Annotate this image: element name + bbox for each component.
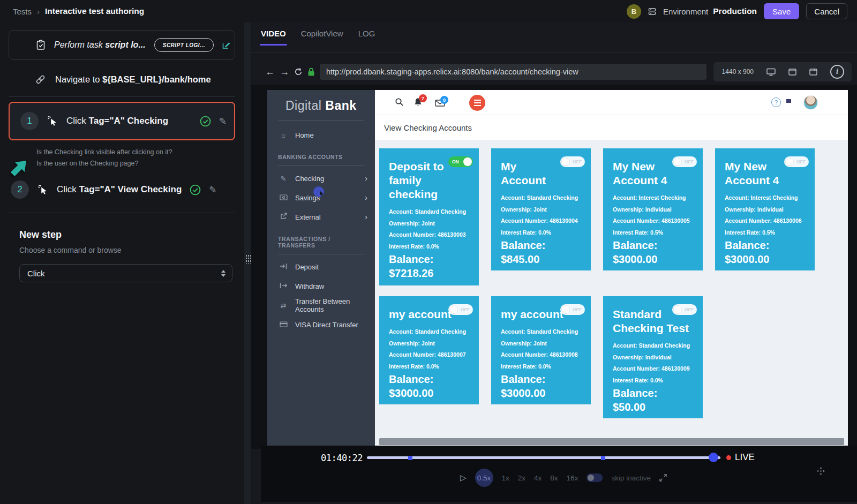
chevron-right-icon: ›	[365, 174, 367, 183]
event-marker[interactable]	[408, 456, 412, 460]
external-link-icon	[279, 213, 288, 221]
account-card[interactable]: ON Deposit to family checking Account: S…	[379, 148, 479, 285]
bank-nav-visa-transfer[interactable]: VISA Direct Transfer	[267, 318, 375, 332]
cancel-button[interactable]: Cancel	[806, 3, 847, 19]
step-number-badge: 1	[20, 112, 39, 130]
bank-nav-transfer[interactable]: ⇄ Transfer Between Accounts	[267, 298, 375, 312]
speed-2x-button[interactable]: 2x	[518, 474, 525, 482]
divider	[278, 254, 364, 254]
cursor-click-icon	[47, 115, 58, 127]
step-2[interactable]: 2 Click Tag="A" View Checking ✎	[10, 180, 235, 199]
account-toggle[interactable]: OFF	[672, 156, 697, 167]
bank-user-avatar[interactable]	[803, 95, 818, 110]
account-toggle[interactable]: OFF	[448, 304, 473, 315]
hamburger-menu-button[interactable]	[469, 95, 485, 111]
speed-16x-button[interactable]: 16x	[567, 474, 578, 482]
tab-log[interactable]: LOG	[358, 29, 375, 46]
reload-icon[interactable]	[294, 67, 303, 76]
event-marker[interactable]	[601, 456, 605, 460]
resolution-label: 1440 x 900	[722, 68, 754, 76]
tab-copilotview[interactable]: CopilotView	[301, 29, 343, 46]
tab-video[interactable]: VIDEO	[261, 29, 286, 46]
live-label[interactable]: LIVE	[735, 452, 755, 463]
steps-panel: Perform task script lo... SCRIPT LOGI...…	[0, 22, 244, 504]
account-toggle[interactable]: OFF	[784, 156, 809, 167]
resize-handle-icon[interactable]	[817, 467, 825, 477]
bank-nav-deposit[interactable]: Deposit	[267, 260, 375, 274]
toggle-knob	[785, 157, 794, 166]
page-title: Interactive test authoring	[45, 6, 144, 16]
expand-icon[interactable]	[659, 474, 667, 482]
back-icon[interactable]: ←	[265, 67, 275, 77]
progress-thumb[interactable]	[709, 453, 718, 462]
bell-icon[interactable]: 7	[414, 97, 423, 109]
bank-nav-checking[interactable]: ✎ Checking ›	[267, 171, 375, 185]
account-details: Account: Standard CheckingOwnership: Joi…	[389, 206, 471, 252]
edit-script-icon[interactable]	[222, 41, 231, 49]
savings-icon	[279, 194, 288, 202]
bank-nav-withdraw[interactable]: Withdraw	[267, 279, 375, 293]
info-icon[interactable]: i	[830, 65, 844, 79]
account-card[interactable]: OFF My Account Account: Standard Checkin…	[491, 148, 591, 270]
check-circle-icon	[190, 184, 201, 195]
account-card[interactable]: OFF Standard Checking Test Account: Stan…	[603, 296, 703, 418]
account-toggle[interactable]: ON	[448, 156, 473, 167]
account-balance: Balance:$3000.00	[613, 238, 695, 266]
speed-0.5x-button[interactable]: 0.5x	[475, 469, 493, 487]
bank-section-title: TRANSACTIONS / TRANSFERS	[267, 236, 375, 249]
assertion-list: Is the Checking link visible after click…	[36, 147, 235, 169]
command-select[interactable]: Click	[19, 264, 232, 282]
forward-icon[interactable]: →	[280, 67, 289, 77]
account-toggle[interactable]: OFF	[672, 304, 697, 315]
url-input[interactable]: http://prod.dbank.staging-apps.relicx.ai…	[320, 64, 706, 80]
mail-icon[interactable]: 0	[435, 99, 445, 109]
search-icon[interactable]	[395, 97, 404, 109]
window-small-icon[interactable]	[809, 69, 817, 76]
edit-step-icon[interactable]: ✎	[219, 116, 227, 127]
account-card[interactable]: OFF My New Account 4 Account: Interest C…	[603, 148, 703, 270]
task-step[interactable]: Perform task script lo... SCRIPT LOGI...	[9, 30, 235, 60]
toggle-label: OFF	[796, 159, 806, 164]
monitor-icon[interactable]	[766, 68, 776, 76]
withdraw-icon	[279, 282, 288, 290]
panel-resize-handle[interactable]	[244, 22, 251, 504]
play-icon[interactable]: ▷	[460, 473, 467, 483]
speed-8x-button[interactable]: 8x	[550, 474, 558, 482]
bank-nav-label: Withdraw	[295, 282, 324, 290]
help-icon[interactable]: ?	[771, 97, 781, 107]
account-balance: Balance:$50.00	[613, 386, 695, 414]
speed-4x-button[interactable]: 4x	[534, 474, 542, 482]
save-button[interactable]: Save	[764, 3, 799, 19]
divider	[278, 120, 364, 121]
playback-time: 01:40:22	[321, 453, 363, 463]
user-avatar[interactable]: B	[627, 4, 641, 19]
account-card[interactable]: OFF My New Account 4 Account: Interest C…	[715, 148, 815, 270]
horizontal-scrollbar[interactable]	[379, 438, 844, 445]
breadcrumb-tests-link[interactable]: Tests	[13, 7, 32, 16]
account-toggle[interactable]: OFF	[560, 304, 585, 315]
progress-track[interactable]	[367, 456, 720, 459]
edit-step-icon[interactable]: ✎	[209, 184, 216, 195]
toggle-knob	[561, 157, 570, 166]
account-toggle[interactable]: OFF	[560, 156, 585, 167]
bank-nav-external[interactable]: External ›	[267, 210, 375, 224]
environment-label: Environment	[663, 7, 708, 16]
window-icon[interactable]	[788, 69, 796, 76]
bank-nav-home[interactable]: ⌂ Home	[267, 128, 375, 142]
script-logic-button[interactable]: SCRIPT LOGI...	[154, 38, 214, 52]
step-1-highlighted[interactable]: 1 Click Tag="A" Checking ✎	[9, 102, 235, 140]
environment-value[interactable]: Production	[713, 6, 757, 16]
bank-nav-label: Home	[295, 131, 314, 139]
drag-dots-icon	[245, 254, 251, 264]
video-stage[interactable]: Digital Bank ⌂ Home BANKING ACCOUNTS ✎ C…	[251, 85, 857, 449]
navigate-step-label: Navigate to ${BASE_URL}/bank/home	[55, 74, 211, 85]
account-card[interactable]: OFF my account Account: Standard Checkin…	[491, 296, 591, 404]
speed-1x-button[interactable]: 1x	[502, 474, 509, 482]
skip-inactive-toggle[interactable]	[587, 473, 603, 482]
check-circle-icon	[200, 116, 211, 127]
account-card[interactable]: OFF my account Account: Standard Checkin…	[379, 296, 479, 404]
app-root: Tests › Interactive test authoring B Env…	[0, 0, 857, 504]
navigate-step[interactable]: Navigate to ${BASE_URL}/bank/home	[9, 74, 235, 85]
app-header: Tests › Interactive test authoring B Env…	[0, 0, 857, 22]
chevron-right-icon: ›	[365, 193, 367, 202]
